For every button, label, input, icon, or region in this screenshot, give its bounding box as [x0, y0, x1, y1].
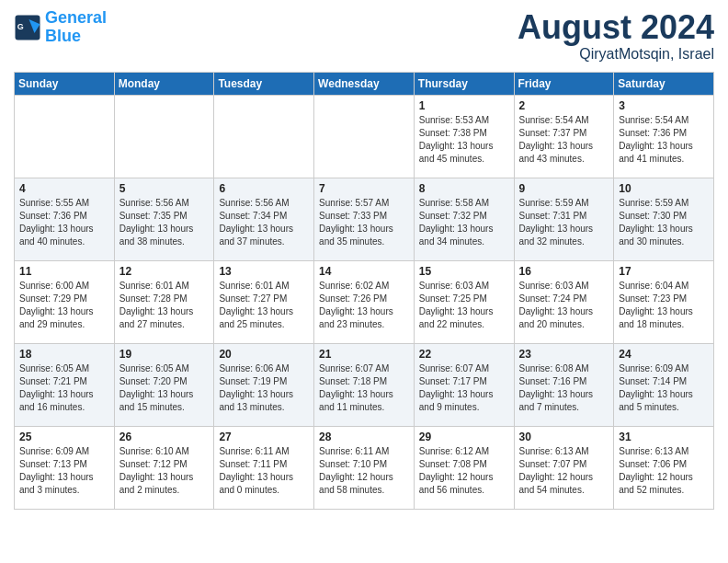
calendar-week-row: 25Sunrise: 6:09 AMSunset: 7:13 PMDayligh… [15, 426, 714, 509]
weekday-header-row: SundayMondayTuesdayWednesdayThursdayFrid… [15, 72, 714, 95]
calendar-cell: 10Sunrise: 5:59 AMSunset: 7:30 PMDayligh… [614, 178, 714, 260]
day-number: 7 [319, 182, 409, 195]
calendar-cell: 6Sunrise: 5:56 AMSunset: 7:34 PMDaylight… [214, 178, 314, 260]
calendar-cell: 27Sunrise: 6:11 AMSunset: 7:11 PMDayligh… [214, 426, 314, 509]
day-info: Sunrise: 6:01 AMSunset: 7:28 PMDaylight:… [119, 280, 210, 331]
day-info: Sunrise: 6:05 AMSunset: 7:20 PMDaylight:… [119, 362, 210, 414]
day-info: Sunrise: 6:13 AMSunset: 7:07 PMDaylight:… [519, 445, 609, 497]
day-info: Sunrise: 6:11 AMSunset: 7:11 PMDaylight:… [219, 445, 309, 497]
logo: G General Blue [14, 9, 107, 46]
calendar-cell: 8Sunrise: 5:58 AMSunset: 7:32 PMDaylight… [414, 178, 514, 260]
calendar-cell: 13Sunrise: 6:01 AMSunset: 7:27 PMDayligh… [214, 260, 314, 343]
day-number: 30 [519, 431, 609, 443]
day-number: 12 [119, 265, 210, 278]
day-info: Sunrise: 5:56 AMSunset: 7:35 PMDaylight:… [119, 197, 210, 248]
day-info: Sunrise: 6:07 AMSunset: 7:18 PMDaylight:… [319, 362, 409, 414]
day-info: Sunrise: 6:03 AMSunset: 7:25 PMDaylight:… [419, 280, 509, 331]
day-number: 14 [319, 265, 409, 278]
calendar-cell: 20Sunrise: 6:06 AMSunset: 7:19 PMDayligh… [214, 343, 314, 426]
logo-icon: G [14, 14, 41, 41]
calendar-week-row: 1Sunrise: 5:53 AMSunset: 7:38 PMDaylight… [15, 95, 714, 178]
day-number: 21 [319, 348, 409, 361]
weekday-header: Saturday [614, 72, 714, 95]
calendar-cell: 29Sunrise: 6:12 AMSunset: 7:08 PMDayligh… [414, 426, 514, 509]
day-number: 23 [519, 348, 609, 361]
calendar-week-row: 11Sunrise: 6:00 AMSunset: 7:29 PMDayligh… [15, 260, 714, 343]
day-number: 25 [19, 431, 109, 443]
day-number: 19 [119, 348, 210, 361]
location: QiryatMotsqin, Israel [518, 46, 714, 63]
day-info: Sunrise: 5:54 AMSunset: 7:37 PMDaylight:… [519, 114, 609, 166]
day-info: Sunrise: 6:04 AMSunset: 7:23 PMDaylight:… [619, 280, 709, 331]
calendar-cell: 12Sunrise: 6:01 AMSunset: 7:28 PMDayligh… [114, 260, 214, 343]
day-info: Sunrise: 6:09 AMSunset: 7:13 PMDaylight:… [19, 445, 109, 497]
day-number: 24 [619, 348, 709, 361]
month-title: August 2024 QiryatMotsqin, Israel [518, 9, 714, 63]
calendar-cell [114, 95, 214, 178]
day-number: 11 [19, 265, 109, 278]
day-number: 10 [619, 182, 709, 195]
weekday-header: Friday [514, 72, 614, 95]
weekday-header: Tuesday [214, 72, 314, 95]
page-header: G General Blue August 2024 QiryatMotsqin… [14, 9, 714, 63]
day-number: 5 [119, 182, 210, 195]
day-info: Sunrise: 5:59 AMSunset: 7:31 PMDaylight:… [519, 197, 609, 248]
calendar-cell: 30Sunrise: 6:13 AMSunset: 7:07 PMDayligh… [514, 426, 614, 509]
calendar-cell: 3Sunrise: 5:54 AMSunset: 7:36 PMDaylight… [614, 95, 714, 178]
svg-text:G: G [17, 21, 24, 30]
day-info: Sunrise: 5:59 AMSunset: 7:30 PMDaylight:… [619, 197, 709, 248]
calendar-cell: 28Sunrise: 6:11 AMSunset: 7:10 PMDayligh… [314, 426, 415, 509]
calendar-table: SundayMondayTuesdayWednesdayThursdayFrid… [14, 72, 714, 510]
day-info: Sunrise: 6:01 AMSunset: 7:27 PMDaylight:… [219, 280, 309, 331]
day-info: Sunrise: 5:55 AMSunset: 7:36 PMDaylight:… [19, 197, 109, 248]
day-info: Sunrise: 6:06 AMSunset: 7:19 PMDaylight:… [219, 362, 309, 414]
day-info: Sunrise: 6:11 AMSunset: 7:10 PMDaylight:… [319, 445, 409, 497]
day-info: Sunrise: 6:08 AMSunset: 7:16 PMDaylight:… [519, 362, 609, 414]
day-info: Sunrise: 6:09 AMSunset: 7:14 PMDaylight:… [619, 362, 709, 414]
day-info: Sunrise: 5:57 AMSunset: 7:33 PMDaylight:… [319, 197, 409, 248]
day-number: 17 [619, 265, 709, 278]
calendar-cell: 7Sunrise: 5:57 AMSunset: 7:33 PMDaylight… [314, 178, 415, 260]
day-number: 20 [219, 348, 309, 361]
calendar-cell: 21Sunrise: 6:07 AMSunset: 7:18 PMDayligh… [314, 343, 415, 426]
logo-text: General Blue [45, 9, 107, 46]
day-info: Sunrise: 6:03 AMSunset: 7:24 PMDaylight:… [519, 280, 609, 331]
weekday-header: Sunday [15, 72, 115, 95]
day-info: Sunrise: 5:53 AMSunset: 7:38 PMDaylight:… [419, 114, 509, 166]
day-number: 13 [219, 265, 309, 278]
calendar-cell [314, 95, 415, 178]
day-info: Sunrise: 6:07 AMSunset: 7:17 PMDaylight:… [419, 362, 509, 414]
calendar-cell: 25Sunrise: 6:09 AMSunset: 7:13 PMDayligh… [15, 426, 115, 509]
day-info: Sunrise: 6:05 AMSunset: 7:21 PMDaylight:… [19, 362, 109, 414]
day-number: 22 [419, 348, 509, 361]
weekday-header: Wednesday [314, 72, 415, 95]
calendar-week-row: 18Sunrise: 6:05 AMSunset: 7:21 PMDayligh… [15, 343, 714, 426]
day-info: Sunrise: 6:00 AMSunset: 7:29 PMDaylight:… [19, 280, 109, 331]
weekday-header: Monday [114, 72, 214, 95]
day-number: 29 [419, 431, 509, 443]
calendar-cell [214, 95, 314, 178]
day-number: 2 [519, 99, 609, 112]
weekday-header: Thursday [414, 72, 514, 95]
day-number: 28 [319, 431, 409, 443]
day-number: 18 [19, 348, 109, 361]
day-info: Sunrise: 6:02 AMSunset: 7:26 PMDaylight:… [319, 280, 409, 331]
calendar-cell: 4Sunrise: 5:55 AMSunset: 7:36 PMDaylight… [15, 178, 115, 260]
calendar-cell [15, 95, 115, 178]
calendar-cell: 22Sunrise: 6:07 AMSunset: 7:17 PMDayligh… [414, 343, 514, 426]
day-number: 4 [19, 182, 109, 195]
day-number: 3 [619, 99, 709, 112]
day-info: Sunrise: 5:56 AMSunset: 7:34 PMDaylight:… [219, 197, 309, 248]
day-info: Sunrise: 6:13 AMSunset: 7:06 PMDaylight:… [619, 445, 709, 497]
calendar-cell: 24Sunrise: 6:09 AMSunset: 7:14 PMDayligh… [614, 343, 714, 426]
calendar-cell: 5Sunrise: 5:56 AMSunset: 7:35 PMDaylight… [114, 178, 214, 260]
calendar-cell: 11Sunrise: 6:00 AMSunset: 7:29 PMDayligh… [15, 260, 115, 343]
day-number: 27 [219, 431, 309, 443]
day-number: 9 [519, 182, 609, 195]
calendar-cell: 17Sunrise: 6:04 AMSunset: 7:23 PMDayligh… [614, 260, 714, 343]
calendar-cell: 9Sunrise: 5:59 AMSunset: 7:31 PMDaylight… [514, 178, 614, 260]
calendar-week-row: 4Sunrise: 5:55 AMSunset: 7:36 PMDaylight… [15, 178, 714, 260]
day-number: 8 [419, 182, 509, 195]
calendar-cell: 19Sunrise: 6:05 AMSunset: 7:20 PMDayligh… [114, 343, 214, 426]
day-info: Sunrise: 5:54 AMSunset: 7:36 PMDaylight:… [619, 114, 709, 166]
